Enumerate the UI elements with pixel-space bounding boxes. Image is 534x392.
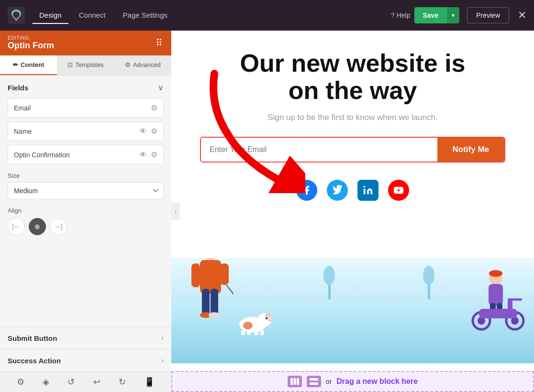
footer-mobile-icon[interactable]: 📱 xyxy=(144,377,155,387)
name-field-label: Name xyxy=(14,128,135,135)
panel-collapse-button[interactable]: ‹ xyxy=(171,203,180,220)
close-button[interactable]: ✕ xyxy=(518,9,526,22)
footer-layers-icon[interactable]: ◈ xyxy=(43,377,49,387)
tab-content[interactable]: ✏ Content xyxy=(0,55,57,75)
right-canvas: ‹ Our new website is on the way Sign up … xyxy=(171,31,534,392)
linkedin-icon[interactable] xyxy=(357,180,378,201)
email-gear-icon[interactable]: ⚙ xyxy=(151,103,157,112)
svg-rect-44 xyxy=(310,382,318,385)
email-form: Notify Me xyxy=(200,137,505,163)
tree-decoration-2 xyxy=(419,261,438,301)
top-navigation: Design Connect Page Settings ? Help Save… xyxy=(0,0,534,31)
notify-button[interactable]: Notify Me xyxy=(437,138,505,162)
svg-point-29 xyxy=(489,270,502,277)
youtube-icon[interactable] xyxy=(388,180,409,201)
help-icon: ? xyxy=(391,11,395,19)
svg-rect-43 xyxy=(310,378,318,381)
svg-point-2 xyxy=(364,186,366,188)
fields-chevron-icon[interactable]: ∨ xyxy=(158,83,164,92)
name-gear-icon[interactable]: ⚙ xyxy=(151,127,157,136)
preview-button[interactable]: Preview xyxy=(467,7,509,23)
field-email: Email ⚙ xyxy=(8,98,164,118)
tab-connect[interactable]: Connect xyxy=(72,7,112,24)
size-select[interactable]: Small Medium Large xyxy=(8,182,164,199)
success-action-section[interactable]: Success Action › xyxy=(0,349,171,371)
editing-label: EDITING: xyxy=(8,35,54,41)
advanced-icon: ⚙ xyxy=(125,61,131,68)
svg-rect-40 xyxy=(290,378,293,385)
svg-rect-23 xyxy=(260,330,264,335)
person-figure xyxy=(186,258,234,335)
field-optin: Optin Confirmation 👁 ⚙ xyxy=(8,145,164,164)
svg-rect-6 xyxy=(200,260,221,294)
name-eye-icon[interactable]: 👁 xyxy=(139,127,147,136)
twitter-icon[interactable] xyxy=(327,180,348,201)
drag-block-link[interactable]: Drag a new block here xyxy=(336,377,418,386)
tab-templates[interactable]: ⊡ Templates xyxy=(57,55,114,75)
svg-point-10 xyxy=(209,312,220,318)
facebook-icon[interactable] xyxy=(296,180,317,201)
panel-content: Fields ∨ Email ⚙ Name 👁 ⚙ Optin Confirma… xyxy=(0,76,171,327)
svg-rect-7 xyxy=(202,289,210,315)
svg-point-25 xyxy=(323,266,335,285)
align-left-button[interactable]: |← xyxy=(8,218,25,235)
drag-or-text: or xyxy=(326,378,332,385)
help-button[interactable]: ? Help xyxy=(391,11,411,19)
panel-header: EDITING: Optin Form ⠿ xyxy=(0,31,171,55)
svg-rect-22 xyxy=(255,331,258,335)
fields-title: Fields xyxy=(8,84,28,92)
pencil-icon: ✏ xyxy=(13,61,18,68)
template-icon: ⊡ xyxy=(67,61,73,68)
panel-menu-icon[interactable]: ⠿ xyxy=(156,37,164,49)
success-action-title: Success Action xyxy=(8,357,61,365)
svg-line-13 xyxy=(226,285,234,318)
svg-rect-21 xyxy=(247,331,251,335)
success-arrow-icon: › xyxy=(161,356,164,365)
svg-rect-24 xyxy=(328,285,331,299)
svg-rect-39 xyxy=(508,298,522,301)
field-name: Name 👁 ⚙ xyxy=(8,121,164,141)
svg-rect-26 xyxy=(428,285,430,299)
panel-tabs: ✏ Content ⊡ Templates ⚙ Advanced xyxy=(0,55,171,76)
optin-field-label: Optin Confirmation xyxy=(14,151,135,159)
drag-block-icon-grid xyxy=(288,376,302,387)
optin-eye-icon[interactable]: 👁 xyxy=(139,151,147,159)
drag-block-bar[interactable]: or Drag a new block here xyxy=(171,371,534,392)
align-right-button[interactable]: →| xyxy=(50,218,67,235)
scooter-figure xyxy=(462,266,529,335)
footer-history-icon[interactable]: ↺ xyxy=(67,377,75,387)
email-field-label: Email xyxy=(14,104,147,112)
align-buttons: |← ⊕ →| xyxy=(8,218,164,235)
canvas-content: Our new website is on the way Sign up to… xyxy=(171,31,534,215)
optin-gear-icon[interactable]: ⚙ xyxy=(151,150,157,159)
svg-rect-20 xyxy=(241,330,245,335)
drag-block-icon-section xyxy=(307,376,321,387)
tab-advanced[interactable]: ⚙ Advanced xyxy=(114,55,171,75)
align-label: Align xyxy=(8,207,164,214)
canvas-headline: Our new website is on the way xyxy=(200,50,505,104)
align-section: Align |← ⊕ →| xyxy=(8,207,164,235)
submit-button-section[interactable]: Submit Button › xyxy=(0,327,171,349)
size-section: Size Small Medium Large xyxy=(8,172,164,199)
svg-point-18 xyxy=(268,319,271,321)
svg-point-17 xyxy=(266,317,267,319)
save-button-group: Save ▾ xyxy=(414,7,460,23)
save-button[interactable]: Save xyxy=(414,7,447,23)
footer-settings-icon[interactable]: ⚙ xyxy=(17,377,24,387)
svg-rect-12 xyxy=(220,263,229,285)
dog-figure xyxy=(234,306,272,337)
footer-redo-icon[interactable]: ↻ xyxy=(119,377,126,387)
svg-rect-38 xyxy=(508,299,512,311)
svg-rect-8 xyxy=(211,289,218,315)
save-dropdown-button[interactable]: ▾ xyxy=(447,7,459,23)
panel-footer: ⚙ ◈ ↺ ↩ ↻ 📱 xyxy=(0,371,171,392)
svg-rect-30 xyxy=(489,284,503,305)
align-center-button[interactable]: ⊕ xyxy=(29,218,46,235)
tab-page-settings[interactable]: Page Settings xyxy=(116,7,174,24)
footer-undo-icon[interactable]: ↩ xyxy=(93,377,100,387)
svg-rect-41 xyxy=(293,378,296,385)
tab-design[interactable]: Design xyxy=(33,7,68,24)
email-input[interactable] xyxy=(201,138,437,162)
app-logo xyxy=(8,7,25,24)
left-panel: EDITING: Optin Form ⠿ ✏ Content ⊡ Templa… xyxy=(0,31,171,392)
